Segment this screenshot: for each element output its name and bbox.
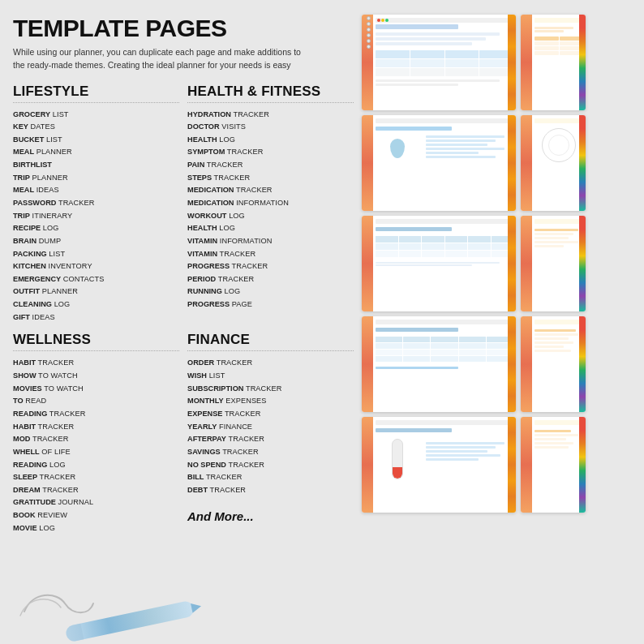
planner-book-savings-log xyxy=(521,417,586,513)
left-panel: TEMPLATE PAGES While using our planner, … xyxy=(13,15,354,636)
lifestyle-items: GROCERY LIST KEY DATES BUCKET LIST MEAL … xyxy=(13,109,179,324)
wellness-items: HABIT TRACKER SHOW TO WATCH MOVIES TO WA… xyxy=(13,357,179,535)
lifestyle-title: LIFESTYLE xyxy=(13,84,179,103)
book-lines xyxy=(376,32,513,45)
list-item: HEALTH LOG xyxy=(187,134,354,147)
book-header-2 xyxy=(376,118,513,123)
right-tabs-narrow xyxy=(579,15,586,110)
lifestyle-section: LIFESTYLE GROCERY LIST KEY DATES BUCKET … xyxy=(13,84,179,324)
book-spine-narrow-3 xyxy=(521,216,532,311)
right-tabs-3 xyxy=(508,216,516,311)
thermometer-icon xyxy=(392,439,403,479)
list-item: MEAL IDEAS xyxy=(13,184,179,197)
main-container: TEMPLATE PAGES While using our planner, … xyxy=(0,0,644,644)
list-item: RUNNING LOG xyxy=(187,286,354,298)
book-grid xyxy=(376,50,513,76)
book-content-4 xyxy=(373,316,516,412)
list-item: HABIT TRACKER xyxy=(13,357,179,370)
list-item: MOD TRACKER xyxy=(13,433,179,446)
list-item: TRIP ITINERARY xyxy=(13,210,179,223)
page-subtitle: While using our planner, you can duplica… xyxy=(13,46,305,72)
book-content-5 xyxy=(373,417,516,513)
list-item: BILL TRACKER xyxy=(187,471,354,484)
wellness-section: WELLNESS HABIT TRACKER SHOW TO WATCH MOV… xyxy=(13,332,179,535)
book-spine-5 xyxy=(362,417,373,513)
planner-book-vitamin xyxy=(362,216,516,311)
book-header-4 xyxy=(376,320,513,324)
health-fitness-items: HYDRATION TRACKER DOCTOR VISITS HEALTH L… xyxy=(187,109,354,311)
list-item: HYDRATION TRACKER xyxy=(187,109,354,122)
right-tabs xyxy=(508,15,516,110)
finance-section: FINANCE ORDER TRACKER WISH LIST SUBSCRIP… xyxy=(187,332,354,535)
list-item: PACKING LIST xyxy=(13,248,179,261)
list-item: BUCKET LIST xyxy=(13,134,179,147)
planner-row-3 xyxy=(362,216,631,311)
planner-row-4 xyxy=(362,316,631,412)
right-tabs-4 xyxy=(508,316,516,412)
list-item: MONTHLY EXPENSES xyxy=(187,395,354,408)
list-item: WISH LIST xyxy=(187,370,354,383)
list-item: TRIP PLANNER xyxy=(13,172,179,185)
list-item: PASSWORD TRACKER xyxy=(13,197,179,210)
list-item: GRATITUDE JOURNAL xyxy=(13,496,179,509)
list-item: NO SPEND TRACKER xyxy=(187,459,354,472)
list-item: PROGRESS TRACKER xyxy=(187,260,354,273)
radar-chart xyxy=(542,128,576,162)
book-content-narrow xyxy=(532,15,586,110)
finance-title: FINANCE xyxy=(187,332,354,351)
top-sections-row: LIFESTYLE GROCERY LIST KEY DATES BUCKET … xyxy=(13,84,354,324)
list-item: SAVINGS TRACKER xyxy=(187,446,354,459)
list-item: SUBSCRIPTION TRACKER xyxy=(187,383,354,396)
right-tabs-narrow-5 xyxy=(579,417,586,513)
planner-book-progress xyxy=(521,216,586,311)
swirl-decoration xyxy=(16,587,97,620)
book-spine-narrow-2 xyxy=(521,115,532,211)
book-spine-narrow-4 xyxy=(521,316,532,412)
book-spine-3 xyxy=(362,216,373,311)
list-item: SHOW TO WATCH xyxy=(13,370,179,383)
health-fitness-title: HEALTH & FITNESS xyxy=(187,84,354,103)
planner-book-hydration xyxy=(362,115,516,211)
list-item: PAIN TRACKER xyxy=(187,159,354,172)
list-item: WHELL OF LIFE xyxy=(13,446,179,459)
right-tabs-narrow-4 xyxy=(579,316,586,412)
book-content-2 xyxy=(373,115,516,211)
list-item: AFTERPAY TRACKER xyxy=(187,433,354,446)
list-item: PROGRESS PAGE xyxy=(187,298,354,311)
health-fitness-section: HEALTH & FITNESS HYDRATION TRACKER DOCTO… xyxy=(187,84,354,324)
book-content-narrow-4 xyxy=(532,316,586,412)
finance-items: ORDER TRACKER WISH LIST SUBSCRIPTION TRA… xyxy=(187,357,354,496)
planner-book-savings xyxy=(362,417,516,513)
right-panel xyxy=(362,15,631,636)
book-spine xyxy=(362,15,373,110)
planner-book-habit xyxy=(521,15,586,110)
planner-book-expense-log xyxy=(521,316,586,412)
list-item: MOVIES TO WATCH xyxy=(13,383,179,396)
book-spine-tabs xyxy=(367,15,373,110)
book-header-bar xyxy=(376,18,513,23)
list-item: GROCERY LIST xyxy=(13,109,179,122)
list-item: VITAMIN INFORMATION xyxy=(187,235,354,248)
list-item: DREAM TRACKER xyxy=(13,484,179,497)
book-header-3 xyxy=(376,219,513,224)
drop-icon xyxy=(390,139,405,158)
bottom-sections-row: WELLNESS HABIT TRACKER SHOW TO WATCH MOV… xyxy=(13,332,354,535)
list-item: KITCHEN INVENTORY xyxy=(13,260,179,273)
list-item: SYMPTOM TRACKER xyxy=(187,146,354,159)
right-tabs-narrow-2 xyxy=(579,115,586,211)
planner-row-2 xyxy=(362,115,631,211)
right-tabs-5 xyxy=(508,417,516,513)
list-item: DEBT TRACKER xyxy=(187,484,354,497)
list-item: MEDICATION TRACKER xyxy=(187,184,354,197)
wellness-title: WELLNESS xyxy=(13,332,179,351)
list-item: EXPENSE TRACKER xyxy=(187,408,354,421)
book-header-5 xyxy=(376,420,513,425)
book-title-line xyxy=(376,24,458,29)
list-item: EMERGENCY CONTACTS xyxy=(13,273,179,286)
book-content-narrow-2 xyxy=(532,115,586,211)
list-item: STEPS TRACKER xyxy=(187,172,354,185)
book-spine-narrow-5 xyxy=(521,417,532,513)
list-item: CLEANING LOG xyxy=(13,298,179,311)
list-item: DOCTOR VISITS xyxy=(187,121,354,134)
list-item: HABIT TRACKER xyxy=(13,421,179,434)
